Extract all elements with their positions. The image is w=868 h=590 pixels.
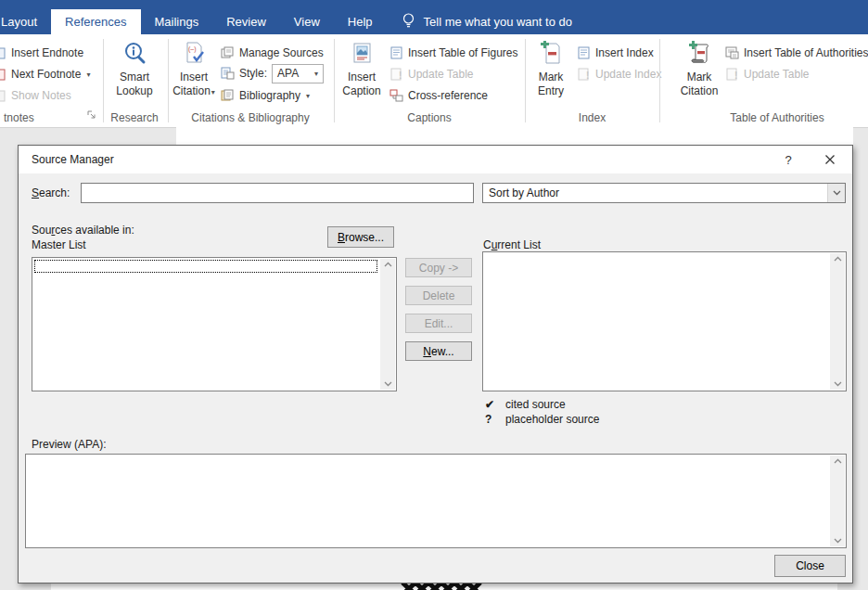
- master-list-selected-row[interactable]: [34, 260, 377, 273]
- insert-table-of-figures-button[interactable]: Insert Table of Figures: [389, 45, 518, 61]
- smart-lookup-label-2: Lookup: [116, 84, 152, 98]
- ribbon: Insert Endnote Next Footnote ▾ Show Note…: [0, 34, 868, 128]
- close-icon: [824, 154, 836, 165]
- chevron-down-icon: [827, 184, 845, 202]
- current-list-box[interactable]: [482, 251, 847, 391]
- insert-table-of-authorities-button[interactable]: Insert Table of Authorities: [725, 45, 868, 61]
- cross-reference-button[interactable]: Cross-reference: [389, 87, 488, 104]
- next-footnote-label: Next Footnote: [11, 68, 81, 81]
- dialog-close-button[interactable]: [811, 146, 849, 173]
- update-index-label: Update Index: [595, 68, 661, 81]
- chevron-down-icon: ▾: [306, 92, 310, 100]
- insert-index-icon: [577, 46, 591, 59]
- scroll-down-icon[interactable]: [384, 381, 392, 387]
- sort-select[interactable]: Sort by Author: [482, 183, 846, 203]
- insert-endnote-label: Insert Endnote: [11, 46, 83, 59]
- insert-table-of-authorities-label: Insert Table of Authorities: [744, 46, 868, 59]
- group-separator: [334, 39, 335, 122]
- svg-text:!: !: [586, 71, 589, 81]
- preview-scrollbar[interactable]: [830, 455, 845, 546]
- style-label: Style:: [239, 67, 267, 80]
- smart-lookup-icon: [122, 41, 147, 66]
- check-icon: ✔: [485, 398, 494, 411]
- cross-reference-icon: [389, 89, 403, 102]
- tell-me-box[interactable]: Tell me what you want to do: [402, 9, 572, 34]
- update-table-button[interactable]: ! Update Table: [389, 66, 474, 83]
- insert-index-label: Insert Index: [595, 46, 654, 59]
- scroll-up-icon[interactable]: [834, 256, 842, 262]
- update-index-button[interactable]: ! Update Index: [577, 66, 661, 83]
- show-notes-label: Show Notes: [11, 89, 71, 102]
- manage-sources-icon: [221, 46, 235, 59]
- master-list-box[interactable]: [32, 257, 397, 391]
- group-separator: [525, 39, 526, 122]
- search-label: Search:: [32, 186, 70, 199]
- dialog-title-bar[interactable]: Source Manager ?: [19, 146, 852, 173]
- insert-index-button[interactable]: Insert Index: [577, 45, 654, 61]
- scroll-up-icon[interactable]: [384, 262, 392, 267]
- current-list-label: Current List: [483, 238, 541, 251]
- edit-button[interactable]: Edit...: [405, 314, 472, 333]
- insert-table-of-figures-icon: [389, 46, 403, 59]
- new-button[interactable]: New...: [405, 341, 472, 361]
- insert-citation-button[interactable]: (–) Insert Citation▾: [169, 39, 219, 99]
- delete-button[interactable]: Delete: [405, 286, 472, 305]
- mark-entry-label-2: Entry: [538, 84, 564, 98]
- preview-box[interactable]: [25, 454, 847, 548]
- index-group-label: Index: [526, 111, 658, 124]
- mark-citation-label-1: Mark: [687, 71, 712, 84]
- tell-me-label: Tell me what you want to do: [424, 15, 572, 29]
- preview-label: Preview (APA):: [32, 438, 106, 451]
- scroll-up-icon[interactable]: [834, 458, 842, 464]
- dialog-help-button[interactable]: ?: [770, 146, 807, 173]
- placeholder-source-label: placeholder source: [505, 413, 599, 426]
- scroll-down-icon[interactable]: [834, 381, 842, 387]
- current-list-scrollbar[interactable]: [830, 253, 845, 390]
- footnotes-group-label: tnotes: [4, 111, 34, 124]
- mark-entry-icon: [539, 41, 564, 66]
- svg-text:!: !: [399, 71, 402, 81]
- scroll-down-icon[interactable]: [834, 538, 842, 544]
- insert-citation-label-1: Insert: [180, 71, 208, 84]
- smart-lookup-button[interactable]: Smart Lookup: [108, 39, 160, 98]
- ribbon-tab-bar: Layout References Mailings Review View H…: [0, 0, 868, 34]
- manage-sources-button[interactable]: Manage Sources: [221, 45, 324, 61]
- bibliography-button[interactable]: Bibliography ▾: [221, 87, 310, 104]
- bibliography-label: Bibliography: [239, 89, 300, 102]
- copy-button[interactable]: Copy ->: [405, 258, 472, 277]
- insert-caption-label-2: Caption: [342, 84, 380, 98]
- mark-citation-button[interactable]: Mark Citation: [673, 39, 725, 98]
- insert-citation-icon: (–): [182, 41, 207, 66]
- search-input[interactable]: [81, 183, 474, 203]
- tab-help[interactable]: Help: [334, 9, 387, 34]
- update-table-icon: !: [389, 68, 403, 81]
- footnotes-dialog-launcher-icon[interactable]: [86, 107, 96, 123]
- next-footnote-button[interactable]: Next Footnote ▾: [0, 66, 90, 83]
- insert-endnote-icon: [0, 47, 6, 59]
- update-table-authorities-button[interactable]: ! Update Table: [725, 66, 810, 83]
- insert-endnote-button[interactable]: Insert Endnote: [0, 45, 83, 61]
- sources-available-label: Sources available in:: [32, 224, 134, 237]
- mark-citation-label-2: Citation: [681, 84, 719, 98]
- show-notes-icon: [0, 90, 6, 102]
- browse-button[interactable]: Browse...: [327, 226, 394, 248]
- insert-table-of-authorities-icon: [725, 46, 739, 59]
- close-button[interactable]: Close: [774, 555, 846, 577]
- master-list-scrollbar[interactable]: [380, 259, 395, 390]
- style-select[interactable]: APA ▾: [272, 64, 324, 83]
- smart-lookup-label-1: Smart: [120, 71, 149, 84]
- tab-references[interactable]: References: [51, 9, 140, 34]
- tab-view[interactable]: View: [280, 9, 334, 34]
- update-table-icon: !: [725, 68, 739, 81]
- word-window: Layout References Mailings Review View H…: [0, 0, 868, 590]
- show-notes-button[interactable]: Show Notes: [0, 87, 71, 104]
- tab-mailings[interactable]: Mailings: [141, 9, 213, 34]
- research-group-label: Research: [108, 111, 160, 124]
- mark-entry-button[interactable]: Mark Entry: [527, 39, 575, 98]
- insert-caption-button[interactable]: Insert Caption: [337, 39, 387, 98]
- insert-caption-icon: [350, 41, 375, 66]
- tab-review[interactable]: Review: [212, 9, 280, 34]
- tab-layout[interactable]: Layout: [0, 9, 51, 34]
- dialog-title: Source Manager: [32, 153, 114, 166]
- insert-caption-label-1: Insert: [348, 71, 376, 84]
